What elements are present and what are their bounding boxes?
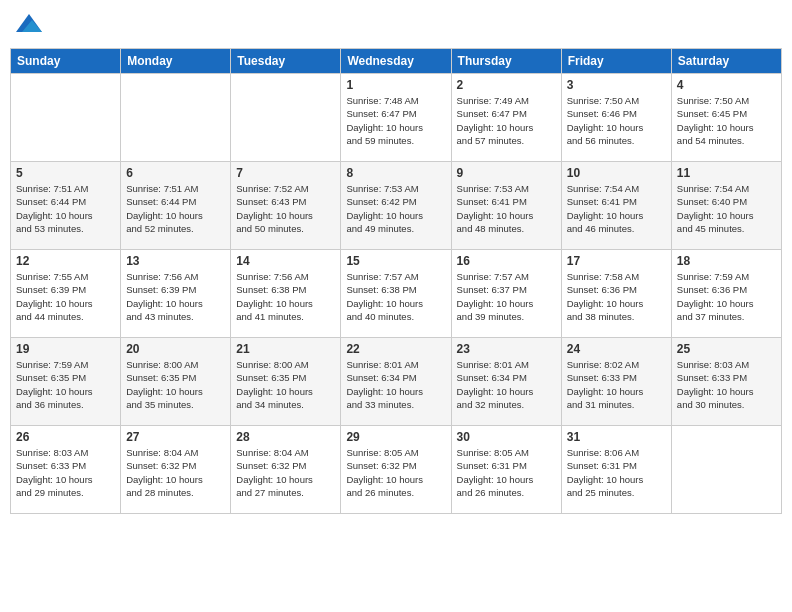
calendar-cell: 3Sunrise: 7:50 AMSunset: 6:46 PMDaylight…: [561, 74, 671, 162]
day-info: Sunrise: 7:59 AMSunset: 6:35 PMDaylight:…: [16, 358, 115, 411]
day-info: Sunrise: 7:54 AMSunset: 6:41 PMDaylight:…: [567, 182, 666, 235]
calendar-cell: 1Sunrise: 7:48 AMSunset: 6:47 PMDaylight…: [341, 74, 451, 162]
day-number: 28: [236, 430, 335, 444]
day-info: Sunrise: 7:52 AMSunset: 6:43 PMDaylight:…: [236, 182, 335, 235]
calendar-cell: 20Sunrise: 8:00 AMSunset: 6:35 PMDayligh…: [121, 338, 231, 426]
calendar-week-5: 26Sunrise: 8:03 AMSunset: 6:33 PMDayligh…: [11, 426, 782, 514]
calendar-cell: [121, 74, 231, 162]
day-number: 31: [567, 430, 666, 444]
day-info: Sunrise: 7:59 AMSunset: 6:36 PMDaylight:…: [677, 270, 776, 323]
calendar-cell: 4Sunrise: 7:50 AMSunset: 6:45 PMDaylight…: [671, 74, 781, 162]
calendar-cell: 9Sunrise: 7:53 AMSunset: 6:41 PMDaylight…: [451, 162, 561, 250]
day-number: 2: [457, 78, 556, 92]
calendar-body: 1Sunrise: 7:48 AMSunset: 6:47 PMDaylight…: [11, 74, 782, 514]
day-number: 29: [346, 430, 445, 444]
calendar-cell: 28Sunrise: 8:04 AMSunset: 6:32 PMDayligh…: [231, 426, 341, 514]
day-info: Sunrise: 7:57 AMSunset: 6:37 PMDaylight:…: [457, 270, 556, 323]
calendar-cell: 2Sunrise: 7:49 AMSunset: 6:47 PMDaylight…: [451, 74, 561, 162]
calendar-cell: 25Sunrise: 8:03 AMSunset: 6:33 PMDayligh…: [671, 338, 781, 426]
day-number: 20: [126, 342, 225, 356]
calendar-week-1: 1Sunrise: 7:48 AMSunset: 6:47 PMDaylight…: [11, 74, 782, 162]
day-info: Sunrise: 8:00 AMSunset: 6:35 PMDaylight:…: [236, 358, 335, 411]
day-number: 23: [457, 342, 556, 356]
day-number: 27: [126, 430, 225, 444]
day-info: Sunrise: 7:48 AMSunset: 6:47 PMDaylight:…: [346, 94, 445, 147]
day-info: Sunrise: 7:57 AMSunset: 6:38 PMDaylight:…: [346, 270, 445, 323]
day-number: 4: [677, 78, 776, 92]
day-number: 1: [346, 78, 445, 92]
day-info: Sunrise: 8:05 AMSunset: 6:31 PMDaylight:…: [457, 446, 556, 499]
day-number: 3: [567, 78, 666, 92]
calendar-cell: 14Sunrise: 7:56 AMSunset: 6:38 PMDayligh…: [231, 250, 341, 338]
calendar-week-4: 19Sunrise: 7:59 AMSunset: 6:35 PMDayligh…: [11, 338, 782, 426]
calendar-table: SundayMondayTuesdayWednesdayThursdayFrid…: [10, 48, 782, 514]
calendar-cell: 5Sunrise: 7:51 AMSunset: 6:44 PMDaylight…: [11, 162, 121, 250]
day-info: Sunrise: 8:05 AMSunset: 6:32 PMDaylight:…: [346, 446, 445, 499]
day-number: 5: [16, 166, 115, 180]
day-info: Sunrise: 8:06 AMSunset: 6:31 PMDaylight:…: [567, 446, 666, 499]
day-info: Sunrise: 7:58 AMSunset: 6:36 PMDaylight:…: [567, 270, 666, 323]
calendar-cell: 16Sunrise: 7:57 AMSunset: 6:37 PMDayligh…: [451, 250, 561, 338]
weekday-header-tuesday: Tuesday: [231, 49, 341, 74]
weekday-header-thursday: Thursday: [451, 49, 561, 74]
calendar-cell: 27Sunrise: 8:04 AMSunset: 6:32 PMDayligh…: [121, 426, 231, 514]
weekday-header-saturday: Saturday: [671, 49, 781, 74]
calendar-cell: 7Sunrise: 7:52 AMSunset: 6:43 PMDaylight…: [231, 162, 341, 250]
day-info: Sunrise: 8:02 AMSunset: 6:33 PMDaylight:…: [567, 358, 666, 411]
day-info: Sunrise: 7:50 AMSunset: 6:46 PMDaylight:…: [567, 94, 666, 147]
calendar-cell: [671, 426, 781, 514]
day-number: 8: [346, 166, 445, 180]
calendar-cell: 12Sunrise: 7:55 AMSunset: 6:39 PMDayligh…: [11, 250, 121, 338]
calendar-week-3: 12Sunrise: 7:55 AMSunset: 6:39 PMDayligh…: [11, 250, 782, 338]
day-number: 18: [677, 254, 776, 268]
day-info: Sunrise: 7:51 AMSunset: 6:44 PMDaylight:…: [16, 182, 115, 235]
day-number: 13: [126, 254, 225, 268]
day-info: Sunrise: 8:04 AMSunset: 6:32 PMDaylight:…: [126, 446, 225, 499]
day-number: 14: [236, 254, 335, 268]
day-info: Sunrise: 7:56 AMSunset: 6:38 PMDaylight:…: [236, 270, 335, 323]
calendar-cell: 19Sunrise: 7:59 AMSunset: 6:35 PMDayligh…: [11, 338, 121, 426]
day-number: 6: [126, 166, 225, 180]
calendar-cell: 29Sunrise: 8:05 AMSunset: 6:32 PMDayligh…: [341, 426, 451, 514]
calendar-cell: 10Sunrise: 7:54 AMSunset: 6:41 PMDayligh…: [561, 162, 671, 250]
day-info: Sunrise: 8:01 AMSunset: 6:34 PMDaylight:…: [457, 358, 556, 411]
day-number: 11: [677, 166, 776, 180]
day-info: Sunrise: 7:51 AMSunset: 6:44 PMDaylight:…: [126, 182, 225, 235]
calendar-cell: 15Sunrise: 7:57 AMSunset: 6:38 PMDayligh…: [341, 250, 451, 338]
weekday-header-monday: Monday: [121, 49, 231, 74]
day-info: Sunrise: 8:00 AMSunset: 6:35 PMDaylight:…: [126, 358, 225, 411]
weekday-header-friday: Friday: [561, 49, 671, 74]
day-number: 21: [236, 342, 335, 356]
calendar-cell: 11Sunrise: 7:54 AMSunset: 6:40 PMDayligh…: [671, 162, 781, 250]
day-info: Sunrise: 7:53 AMSunset: 6:42 PMDaylight:…: [346, 182, 445, 235]
calendar-cell: 8Sunrise: 7:53 AMSunset: 6:42 PMDaylight…: [341, 162, 451, 250]
day-number: 25: [677, 342, 776, 356]
weekday-header-row: SundayMondayTuesdayWednesdayThursdayFrid…: [11, 49, 782, 74]
day-info: Sunrise: 7:49 AMSunset: 6:47 PMDaylight:…: [457, 94, 556, 147]
day-number: 24: [567, 342, 666, 356]
calendar-cell: 17Sunrise: 7:58 AMSunset: 6:36 PMDayligh…: [561, 250, 671, 338]
calendar-cell: 31Sunrise: 8:06 AMSunset: 6:31 PMDayligh…: [561, 426, 671, 514]
calendar-cell: [231, 74, 341, 162]
day-info: Sunrise: 8:04 AMSunset: 6:32 PMDaylight:…: [236, 446, 335, 499]
calendar-cell: 24Sunrise: 8:02 AMSunset: 6:33 PMDayligh…: [561, 338, 671, 426]
day-info: Sunrise: 8:03 AMSunset: 6:33 PMDaylight:…: [677, 358, 776, 411]
day-info: Sunrise: 7:56 AMSunset: 6:39 PMDaylight:…: [126, 270, 225, 323]
calendar-cell: 18Sunrise: 7:59 AMSunset: 6:36 PMDayligh…: [671, 250, 781, 338]
calendar-cell: 21Sunrise: 8:00 AMSunset: 6:35 PMDayligh…: [231, 338, 341, 426]
day-number: 26: [16, 430, 115, 444]
calendar-cell: 26Sunrise: 8:03 AMSunset: 6:33 PMDayligh…: [11, 426, 121, 514]
weekday-header-wednesday: Wednesday: [341, 49, 451, 74]
weekday-header-sunday: Sunday: [11, 49, 121, 74]
day-number: 12: [16, 254, 115, 268]
day-number: 9: [457, 166, 556, 180]
calendar-week-2: 5Sunrise: 7:51 AMSunset: 6:44 PMDaylight…: [11, 162, 782, 250]
day-info: Sunrise: 8:01 AMSunset: 6:34 PMDaylight:…: [346, 358, 445, 411]
day-info: Sunrise: 7:50 AMSunset: 6:45 PMDaylight:…: [677, 94, 776, 147]
day-info: Sunrise: 8:03 AMSunset: 6:33 PMDaylight:…: [16, 446, 115, 499]
day-number: 15: [346, 254, 445, 268]
calendar-cell: 6Sunrise: 7:51 AMSunset: 6:44 PMDaylight…: [121, 162, 231, 250]
calendar-cell: 13Sunrise: 7:56 AMSunset: 6:39 PMDayligh…: [121, 250, 231, 338]
day-number: 30: [457, 430, 556, 444]
page-header: [10, 10, 782, 40]
